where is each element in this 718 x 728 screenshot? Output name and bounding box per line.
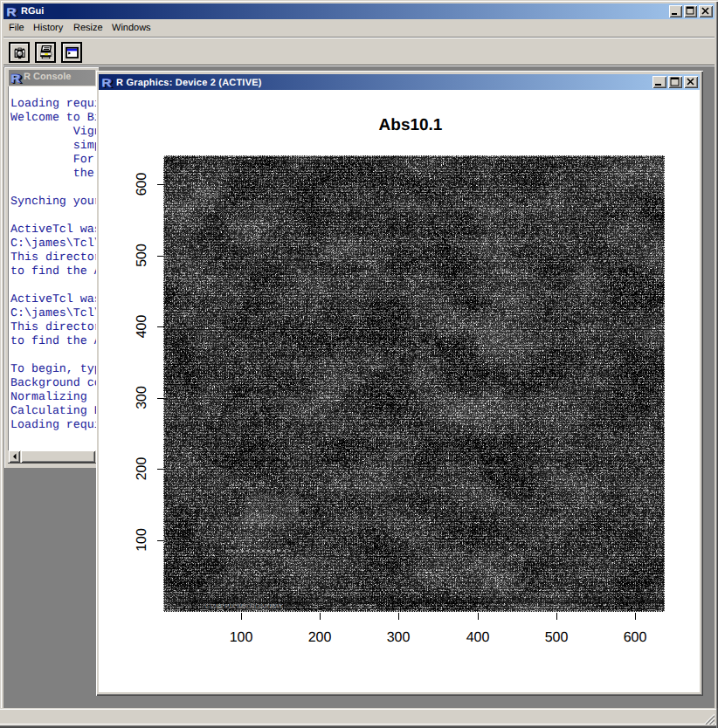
svg-text:300: 300 [135, 386, 149, 409]
svg-text:GENEPIX MICROARRAY: GENEPIX MICROARRAY [205, 602, 283, 610]
svg-text:R: R [10, 72, 20, 85]
svg-text:100: 100 [135, 528, 149, 552]
svg-text:200: 200 [135, 457, 149, 481]
svg-text:500: 500 [135, 244, 149, 267]
svg-text:400: 400 [135, 315, 149, 339]
svg-text:R: R [6, 6, 16, 18]
svg-text:R: R [101, 77, 111, 89]
svg-text:600: 600 [135, 173, 149, 196]
